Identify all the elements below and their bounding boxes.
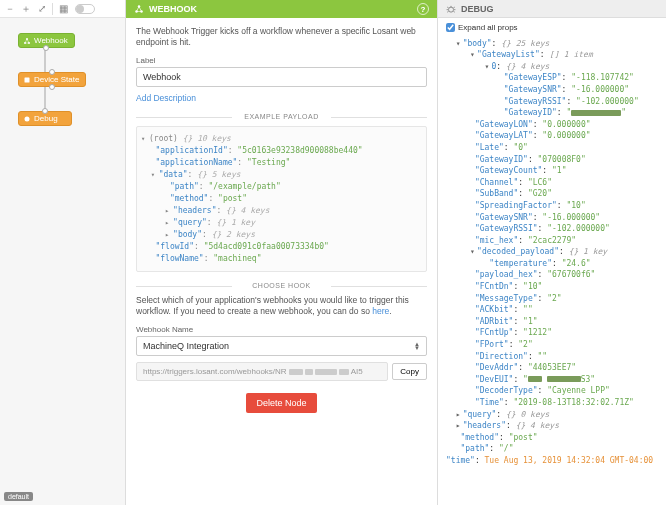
handle[interactable] [42,108,48,114]
svg-point-4 [25,116,30,121]
expand-checkbox-input[interactable] [446,23,455,32]
debug-panel: DEBUG Expand all props ▾"body": {} 25 ke… [438,0,666,505]
connector [44,48,46,72]
debug-header: DEBUG [438,0,666,18]
copy-button[interactable]: Copy [392,363,427,380]
handle[interactable] [43,45,49,51]
config-panel: WEBHOOK ? The Webhook Trigger kicks off … [126,0,438,505]
webhook-name-label: Webhook Name [136,325,427,334]
svg-rect-3 [25,77,30,82]
webhook-select-value: MachineQ Integration [143,341,229,351]
config-body: The Webhook Trigger kicks off a workflow… [126,18,437,505]
grid-icon[interactable]: ▦ [57,3,69,15]
add-description-link[interactable]: Add Description [136,93,196,103]
node-label: Device State [34,75,79,84]
grid-toggle[interactable] [75,4,95,14]
example-payload-json: ▾(root) {} 10 keys "applicationId": "5c0… [136,126,427,272]
workflow-canvas-column: － ＋ ⤢ ▦ Webhook Device State De [0,0,126,505]
handle[interactable] [49,69,55,75]
device-icon [23,76,31,84]
svg-point-8 [449,7,454,12]
webhook-icon [23,37,31,45]
zoom-in-icon[interactable]: ＋ [20,3,32,15]
node-device-state[interactable]: Device State [18,72,86,87]
expand-all-checkbox[interactable]: Expand all props [446,22,658,34]
label-field-label: Label [136,56,427,65]
node-debug[interactable]: Debug [18,111,72,126]
node-label: Webhook [34,36,68,45]
choose-hook-desc: Select which of your application's webho… [136,295,427,317]
example-payload-label: EXAMPLE PAYLOAD [136,113,427,120]
debug-body: Expand all props ▾"body": {} 25 keys ▾"G… [438,18,666,505]
fit-icon[interactable]: ⤢ [36,3,48,15]
zoom-out-icon[interactable]: － [4,3,16,15]
webhook-select[interactable]: MachineQ Integration ▲▼ [136,336,427,356]
canvas-toolbar: － ＋ ⤢ ▦ [0,0,125,18]
node-label: Debug [34,114,58,123]
config-panel-header: WEBHOOK ? [126,0,437,18]
webhook-icon [134,4,144,14]
help-icon[interactable]: ? [417,3,429,15]
select-arrows-icon: ▲▼ [414,342,420,350]
here-link[interactable]: here [372,306,389,316]
delete-node-button[interactable]: Delete Node [246,393,316,413]
canvas-body[interactable]: Webhook Device State Debug default [0,18,125,505]
default-badge: default [4,492,33,501]
webhook-url-display: https://triggers.losant.com/webhooks/NR … [136,362,388,381]
choose-hook-label: CHOOSE HOOK [136,282,427,289]
label-input[interactable] [136,67,427,87]
debug-icon [23,115,31,123]
panel-title: WEBHOOK [149,4,197,14]
description: The Webhook Trigger kicks off a workflow… [136,26,427,48]
divider [52,3,53,15]
bug-icon [446,4,456,14]
node-webhook[interactable]: Webhook [18,33,75,48]
debug-title: DEBUG [461,4,494,14]
handle[interactable] [49,84,55,90]
